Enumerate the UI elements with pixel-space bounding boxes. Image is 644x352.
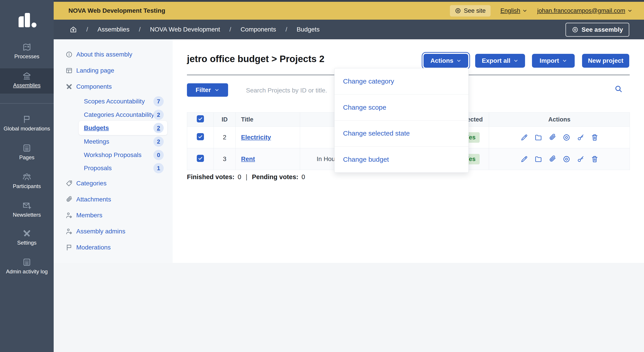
delete-icon[interactable]: [591, 155, 598, 163]
subnav-item-categories[interactable]: Categories: [54, 178, 173, 189]
subnav-item-categories-accountability[interactable]: Categories Accountability 2: [54, 109, 173, 120]
menu-item-change-budget[interactable]: Change budget: [334, 146, 468, 173]
count-badge: 7: [154, 96, 164, 107]
search-icon[interactable]: [614, 85, 623, 93]
sidebar-item-pages[interactable]: Pages: [0, 144, 54, 161]
see-site-link[interactable]: See site: [450, 5, 490, 16]
main-sidebar: Processes Assemblies Global moderations …: [0, 0, 54, 352]
bank-icon: [22, 71, 31, 80]
menu-item-change-category[interactable]: Change category: [334, 68, 468, 94]
breadcrumb-bar: / Assemblies / NOVA Web Development / Co…: [54, 20, 644, 39]
tools-icon: [66, 83, 73, 90]
folder-icon[interactable]: [534, 155, 542, 163]
sidebar-divider: [0, 103, 54, 104]
layout-icon: [66, 67, 73, 74]
count-badge: 2: [154, 110, 164, 120]
organization-title: NOVA Web Development Testing: [68, 7, 165, 14]
project-link[interactable]: Rent: [241, 156, 255, 162]
preview-icon[interactable]: [562, 155, 570, 163]
assembly-subnav: About this assembly Landing page Compone…: [54, 39, 173, 263]
menu-item-change-scope[interactable]: Change scope: [334, 94, 468, 120]
subnav-item-meetings[interactable]: Meetings 2: [54, 136, 173, 147]
project-link[interactable]: Electricity: [241, 134, 271, 141]
votes-divider: |: [244, 173, 249, 181]
language-selector[interactable]: English: [500, 7, 528, 14]
chevron-down-icon: [214, 88, 219, 92]
flag-icon: [22, 115, 31, 124]
mail-add-icon: [22, 201, 31, 210]
target-icon: [572, 26, 578, 33]
subnav-item-components[interactable]: Components: [54, 81, 173, 92]
see-assembly-button[interactable]: See assembly: [566, 23, 629, 37]
subnav-item-budgets[interactable]: Budgets 2: [54, 123, 173, 133]
breadcrumb-assembly-name[interactable]: NOVA Web Development: [150, 26, 220, 33]
subnav-item-scopes-accountability[interactable]: Scopes Accountability 7: [54, 96, 173, 107]
subnav-item-attachments[interactable]: Attachments: [54, 194, 173, 205]
row-checkbox[interactable]: [197, 133, 204, 140]
permissions-key-icon[interactable]: [577, 134, 584, 141]
row-actions: [489, 134, 630, 141]
check-icon: [198, 134, 203, 139]
person-gear-icon: [66, 212, 73, 219]
header-id: ID: [214, 113, 236, 127]
attachments-icon[interactable]: [548, 134, 556, 141]
permissions-key-icon[interactable]: [577, 155, 584, 163]
preview-icon[interactable]: [562, 134, 570, 141]
subnav-item-moderations[interactable]: Moderations: [54, 242, 173, 253]
sidebar-item-processes[interactable]: Processes: [0, 43, 54, 60]
subnav-item-proposals[interactable]: Proposals 1: [54, 163, 173, 174]
breadcrumb-separator: /: [139, 26, 141, 33]
map-icon: [22, 43, 31, 52]
header-title: Title: [236, 113, 300, 127]
tools-icon: [22, 229, 31, 238]
attachments-icon[interactable]: [548, 155, 556, 163]
header-actions: Actions: [489, 113, 630, 127]
subnav-item-landing-page[interactable]: Landing page: [54, 65, 173, 76]
sidebar-item-global-moderations[interactable]: Global moderations: [0, 115, 54, 132]
subnav-item-about[interactable]: About this assembly: [54, 49, 173, 60]
count-badge: 0: [154, 150, 164, 160]
delete-icon[interactable]: [591, 134, 598, 141]
breadcrumb-assemblies[interactable]: Assemblies: [98, 26, 130, 33]
actions-dropdown-menu: Change category Change scope Change sele…: [334, 68, 469, 173]
subnav-item-members[interactable]: Members: [54, 210, 173, 221]
home-icon[interactable]: [70, 26, 77, 33]
filter-button[interactable]: Filter: [187, 83, 228, 97]
count-badge: 2: [154, 137, 164, 147]
chevron-down-icon: [628, 8, 632, 13]
select-all-checkbox[interactable]: [197, 115, 204, 122]
subnav-item-assembly-admins[interactable]: Assembly admins: [54, 226, 173, 237]
edit-icon[interactable]: [520, 155, 528, 163]
row-select-cell: [187, 148, 214, 170]
app-window: NOVA Web Development Testing See site En…: [0, 0, 644, 352]
check-icon: [198, 116, 203, 122]
select-all-cell: [187, 113, 214, 127]
folder-icon[interactable]: [534, 134, 542, 141]
sidebar-item-assemblies[interactable]: Assemblies: [0, 68, 54, 94]
sidebar-item-admin-activity-log[interactable]: Admin activity log: [0, 258, 54, 275]
check-icon: [198, 156, 203, 161]
menu-item-change-selected-state[interactable]: Change selected state: [334, 120, 468, 147]
new-project-button[interactable]: New project: [582, 54, 629, 68]
paperclip-icon: [66, 196, 73, 203]
export-all-button[interactable]: Export all: [475, 54, 525, 68]
breadcrumb-components[interactable]: Components: [240, 26, 276, 33]
sidebar-item-newsletters[interactable]: Newsletters: [0, 201, 54, 218]
count-badge: 1: [154, 163, 164, 173]
actions-button[interactable]: Actions: [424, 54, 468, 68]
user-menu[interactable]: johan.francocampos@gmail.com: [537, 7, 632, 14]
import-button[interactable]: Import: [532, 54, 575, 68]
row-checkbox[interactable]: [197, 155, 204, 162]
tag-icon: [66, 180, 73, 187]
votes-summary: Finished votes: 0 | Pending votes: 0: [187, 173, 305, 181]
chevron-down-icon: [562, 58, 567, 63]
breadcrumb-budgets[interactable]: Budgets: [296, 26, 320, 33]
subnav-item-workshop-proposals[interactable]: Workshop Proposals 0: [54, 150, 173, 160]
article-icon: [22, 258, 31, 267]
sidebar-item-settings[interactable]: Settings: [0, 229, 54, 246]
edit-icon[interactable]: [520, 134, 528, 141]
decidim-logo[interactable]: [0, 0, 54, 29]
row-id: 2: [214, 127, 236, 148]
sidebar-item-participants[interactable]: Participants: [0, 173, 54, 189]
user-email: johan.francocampos@gmail.com: [537, 7, 625, 14]
